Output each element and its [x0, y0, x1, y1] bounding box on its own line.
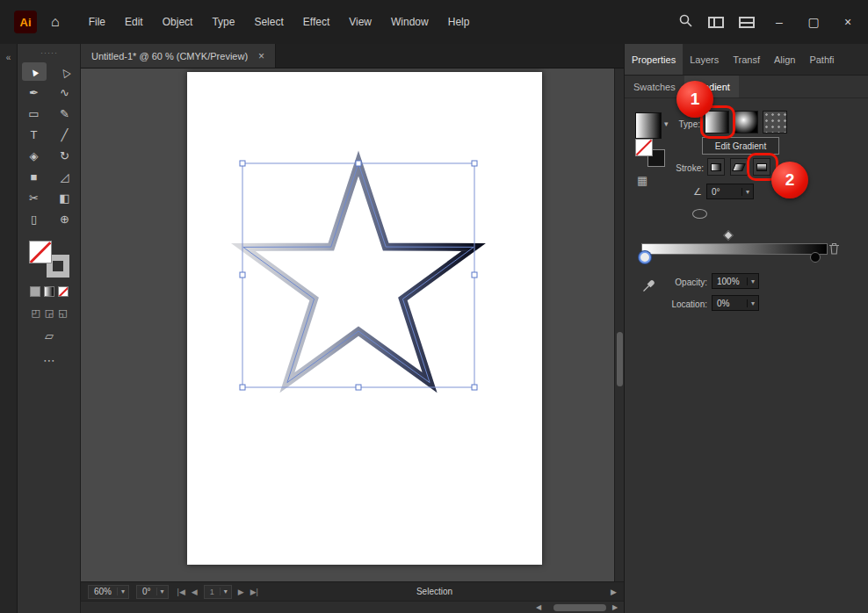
tab-transform[interactable]: Transf: [726, 44, 767, 75]
edit-gradient-button[interactable]: Edit Gradient: [702, 137, 779, 155]
tab-layers[interactable]: Layers: [683, 44, 726, 75]
rectangle-tool[interactable]: ▭: [22, 105, 47, 123]
gradient-midpoint-handle[interactable]: [723, 230, 733, 240]
arrange-documents-icon[interactable]: [739, 17, 755, 28]
gradient-slider[interactable]: [641, 243, 828, 255]
rotate-tool[interactable]: ↻: [53, 147, 77, 165]
close-button[interactable]: ×: [838, 15, 857, 29]
document-close-icon[interactable]: ×: [258, 50, 264, 62]
horizontal-scrollbar-thumb[interactable]: [553, 604, 606, 611]
draw-inside-icon[interactable]: ◱: [58, 307, 67, 319]
gradient-panel-tabs: Swatches Gradient: [625, 76, 868, 98]
pencil-tool[interactable]: ✎: [53, 105, 77, 123]
radial-gradient-button[interactable]: [734, 111, 758, 133]
opacity-label: Opacity:: [660, 278, 707, 287]
collapse-dock-icon[interactable]: «: [0, 44, 17, 62]
screen-mode-icon[interactable]: ▱: [45, 329, 54, 343]
toolbar-drag-handle[interactable]: ·····: [18, 44, 80, 59]
aspect-ratio-icon: [692, 209, 707, 219]
gradient-stop-left[interactable]: [639, 251, 651, 263]
previous-artboard-icon[interactable]: ◀: [192, 588, 198, 596]
pencil-tool-icon: ✎: [60, 107, 69, 120]
gradient-fill-swatch[interactable]: [635, 139, 653, 156]
menu-effect[interactable]: Effect: [293, 0, 339, 44]
gradient-preview-swatch[interactable]: [635, 112, 662, 139]
canvas-area[interactable]: [81, 69, 624, 581]
direct-selection-tool-icon: △: [58, 64, 72, 79]
artboard-tool[interactable]: ▯: [22, 210, 47, 228]
none-button[interactable]: [58, 286, 69, 297]
pen-tool[interactable]: ✒: [22, 83, 47, 102]
gradient-button[interactable]: [44, 286, 54, 297]
menu-edit[interactable]: Edit: [115, 0, 153, 44]
maximize-button[interactable]: ▢: [804, 15, 823, 29]
freeform-gradient-button[interactable]: [763, 111, 787, 133]
tab-align[interactable]: Align: [767, 44, 802, 75]
menu-view[interactable]: View: [339, 0, 381, 44]
last-artboard-icon[interactable]: ▶|: [250, 588, 258, 596]
direct-selection-tool[interactable]: △: [53, 62, 77, 81]
menu-type[interactable]: Type: [202, 0, 244, 44]
home-icon[interactable]: ⌂: [51, 14, 60, 30]
right-panel-dock: Properties Layers Transf Align Pathfi Sw…: [624, 44, 868, 613]
scale-tool[interactable]: ◿: [53, 168, 77, 186]
stroke-along-button[interactable]: [730, 158, 748, 176]
minimize-button[interactable]: –: [770, 15, 789, 29]
menu-window[interactable]: Window: [381, 0, 438, 44]
panel-tab-bar: Properties Layers Transf Align Pathfi: [625, 44, 868, 76]
fill-stroke-indicator[interactable]: [29, 241, 69, 278]
color-button[interactable]: [30, 286, 40, 297]
menu-help[interactable]: Help: [438, 0, 480, 44]
scroll-left-icon[interactable]: ◀: [536, 603, 541, 611]
callout-step-2: 2: [771, 162, 808, 198]
shaper-tool[interactable]: ◈: [22, 147, 47, 165]
angle-select[interactable]: 0° ▾: [706, 184, 754, 199]
scissors-tool[interactable]: ✂: [22, 189, 47, 207]
type-tool[interactable]: T: [22, 126, 47, 144]
artboard-number-select[interactable]: 1 ▾: [204, 585, 232, 599]
rectangle-tool-icon: ▭: [28, 107, 39, 120]
first-artboard-icon[interactable]: |◀: [177, 588, 185, 596]
shape-tool-icon: ■: [31, 170, 38, 184]
fill-color-swatch[interactable]: [29, 241, 52, 263]
menu-object[interactable]: Object: [153, 0, 203, 44]
search-icon[interactable]: [678, 13, 693, 32]
swatch-options-icon[interactable]: ▦: [637, 174, 647, 187]
shape-builder-tool[interactable]: ◧: [53, 189, 77, 207]
chevron-down-icon: ▾: [741, 188, 753, 196]
gradient-stop-right[interactable]: [810, 252, 821, 263]
scroll-right-icon[interactable]: ▶: [612, 603, 618, 611]
status-bar-menu-arrow[interactable]: ▶: [611, 588, 617, 596]
workspace-layout-icon[interactable]: [708, 17, 724, 28]
eyedropper-icon[interactable]: [642, 279, 655, 296]
tab-swatches[interactable]: Swatches: [625, 76, 684, 97]
zoom-level-select[interactable]: 60% ▾: [88, 585, 129, 599]
stroke-within-button[interactable]: [707, 158, 725, 176]
document-tab[interactable]: Untitled-1* @ 60 % (CMYK/Preview) ×: [81, 44, 276, 68]
draw-behind-icon[interactable]: ◲: [45, 307, 54, 319]
selection-tool-icon: ▲: [26, 63, 42, 79]
location-select[interactable]: 0% ▾: [712, 295, 759, 311]
menu-select[interactable]: Select: [244, 0, 293, 44]
vertical-scrollbar-thumb[interactable]: [617, 332, 623, 386]
delete-stop-icon[interactable]: [828, 242, 840, 258]
selection-tool[interactable]: ▲: [22, 62, 47, 81]
tab-pathfinder[interactable]: Pathfi: [802, 44, 841, 75]
shape-tool[interactable]: ■: [22, 168, 47, 186]
opacity-select[interactable]: 100% ▾: [712, 273, 759, 289]
tab-properties[interactable]: Properties: [625, 44, 683, 75]
draw-normal-icon[interactable]: ◰: [31, 307, 40, 319]
curvature-tool-icon: ∿: [60, 86, 69, 99]
horizontal-scrollbar[interactable]: ◀ ▶: [81, 601, 624, 613]
curvature-tool[interactable]: ∿: [53, 83, 77, 102]
edit-toolbar-icon[interactable]: ⋯: [43, 353, 55, 367]
star-shape[interactable]: [243, 163, 474, 383]
vertical-scrollbar[interactable]: [614, 69, 624, 581]
chevron-down-icon[interactable]: ▾: [664, 119, 669, 128]
next-artboard-icon[interactable]: ▶: [238, 588, 244, 596]
line-segment-tool[interactable]: ╱: [53, 126, 77, 144]
zoom-tool[interactable]: ⊕: [53, 210, 77, 228]
rotation-select[interactable]: 0° ▾: [136, 585, 169, 599]
menu-file[interactable]: File: [79, 0, 115, 44]
illustrator-window: Ai ⌂ File Edit Object Type Select Effect…: [0, 0, 868, 613]
